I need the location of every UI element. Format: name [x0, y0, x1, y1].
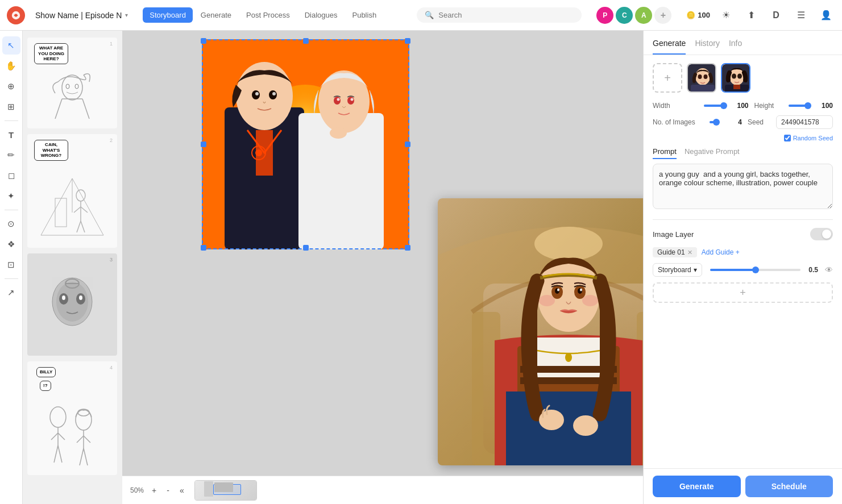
tab-generate[interactable]: Generate [194, 7, 238, 23]
zoom-minus-button[interactable]: - [164, 485, 172, 496]
nav-tabs: Storyboard Generate Post Process Dialogu… [143, 7, 383, 23]
tool-move[interactable]: ⊕ [2, 77, 20, 95]
tool-pen[interactable]: ✏ [2, 146, 20, 164]
search-bar[interactable]: 🔍 [417, 7, 582, 23]
svg-line-29 [58, 433, 65, 440]
zoom-plus-button[interactable]: + [150, 485, 159, 496]
height-slider[interactable] [789, 105, 811, 107]
medieval-girl-image[interactable] [438, 198, 643, 465]
tool-text[interactable]: T [2, 126, 20, 144]
speech-bubble-2: CAIN, WHAT'S WRONG? [34, 140, 68, 161]
add-guide-button[interactable]: Add Guide + [702, 248, 740, 256]
tool-eraser[interactable]: ◻ [2, 166, 20, 185]
panel-thumb-4[interactable]: BILLY !? 4 [27, 361, 117, 475]
char-ref-1[interactable] [687, 63, 716, 93]
resize-handle-tl[interactable] [201, 38, 206, 44]
sidebar-divider-1 [5, 120, 18, 121]
resize-handle-rm[interactable] [405, 141, 410, 147]
resize-handle-bm[interactable] [303, 245, 309, 251]
storyboard-option-label: Storyboard [658, 266, 691, 274]
add-character-ref-button[interactable]: + [653, 63, 682, 93]
add-user-button[interactable]: + [654, 7, 671, 24]
char-ref-2[interactable] [721, 63, 750, 93]
mini-map[interactable] [194, 480, 257, 501]
tab-dialogues[interactable]: Dialogues [298, 7, 345, 23]
svg-line-14 [74, 207, 81, 213]
images-slider[interactable] [710, 121, 719, 123]
prompt-tab-prompt[interactable]: Prompt [653, 147, 677, 159]
share-icon[interactable]: ⬆ [742, 6, 760, 24]
svg-line-2 [55, 99, 62, 119]
toggle-knob [822, 230, 831, 239]
resize-handle-tr[interactable] [405, 38, 410, 44]
tool-layers[interactable]: ⊞ [2, 98, 20, 116]
right-tab-history[interactable]: History [695, 39, 720, 55]
height-value: 100 [816, 102, 833, 110]
nav-right-icons: 🪙 100 ☀ ⬆ D ☰ 👤 [686, 6, 835, 24]
right-tab-generate[interactable]: Generate [653, 39, 686, 55]
tool-circle[interactable]: ⊙ [2, 215, 20, 233]
right-panel-tabs: Generate History Info [644, 31, 842, 55]
avatar-c[interactable]: C [616, 7, 633, 24]
search-input[interactable] [438, 11, 574, 19]
discord-icon[interactable]: D [767, 6, 785, 24]
panel-thumb-1[interactable]: WHAT ARE YOU DOING HERE? 1 [27, 38, 117, 128]
image-layer-toggle[interactable] [810, 228, 833, 240]
storyboard-strength-slider[interactable] [710, 269, 801, 271]
resize-handle-tm[interactable] [303, 38, 309, 44]
avatar-group: P C A + [596, 7, 671, 24]
width-slider[interactable] [704, 105, 726, 107]
tool-arrow[interactable]: ↗ [2, 284, 20, 302]
svg-line-8 [72, 178, 103, 235]
tool-hand[interactable]: ✋ [2, 57, 20, 75]
random-seed-checkbox[interactable] [784, 135, 791, 141]
images-label: No. of Images [653, 118, 704, 126]
collapse-minimap-button[interactable]: « [177, 485, 186, 496]
right-tab-info[interactable]: Info [729, 39, 742, 55]
avatar-a[interactable]: A [635, 7, 652, 24]
schedule-button[interactable]: Schedule [745, 476, 833, 497]
user-icon[interactable]: 👤 [817, 6, 835, 24]
prompt-textarea[interactable]: a young guy and a young girl, backs toge… [653, 164, 833, 209]
guide-remove-button[interactable]: ✕ [687, 249, 692, 256]
main-canvas[interactable] [122, 31, 643, 476]
svg-point-23 [79, 295, 82, 300]
menu-icon[interactable]: ☰ [792, 6, 810, 24]
svg-point-79 [573, 415, 598, 436]
add-layer-button[interactable]: + [653, 282, 833, 303]
seed-input[interactable] [776, 115, 833, 129]
generate-button[interactable]: Generate [653, 476, 741, 497]
svg-line-3 [82, 99, 89, 119]
ai-generated-image[interactable] [202, 39, 409, 249]
show-title[interactable]: Show Name | Episode N ▾ [31, 9, 132, 22]
resize-handle-bl[interactable] [201, 245, 206, 251]
tool-effects[interactable]: ✦ [2, 187, 20, 205]
svg-point-12 [76, 190, 85, 201]
prompt-tab-negative[interactable]: Negative Prompt [685, 147, 740, 159]
panel-number-1: 1 [110, 41, 113, 47]
panel-thumb-2[interactable]: CAIN, WHAT'S WRONG? 2 [27, 134, 117, 248]
svg-rect-84 [691, 85, 715, 93]
tool-cursor[interactable]: ↖ [2, 36, 20, 55]
brightness-icon[interactable]: ☀ [717, 6, 735, 24]
avatar-p[interactable]: P [596, 7, 613, 24]
tab-storyboard[interactable]: Storyboard [143, 7, 193, 23]
tool-diamond[interactable]: ❖ [2, 235, 20, 253]
right-panel: Generate History Info + [643, 31, 842, 504]
svg-point-76 [539, 295, 555, 306]
tool-square[interactable]: ⊡ [2, 256, 20, 274]
eye-icon[interactable]: 👁 [825, 265, 833, 274]
coin-icon: 🪙 [686, 11, 695, 19]
left-sidebar: ↖ ✋ ⊕ ⊞ T ✏ ◻ ✦ ⊙ ❖ ⊡ ↗ [0, 31, 23, 504]
panel-thumb-3[interactable]: 3 [27, 253, 117, 356]
speech-bubble-4b: !? [40, 381, 51, 391]
svg-point-47 [272, 92, 276, 95]
resize-handle-lm[interactable] [201, 141, 206, 147]
svg-point-6 [75, 84, 78, 89]
resize-handle-br[interactable] [405, 245, 410, 251]
svg-line-28 [51, 433, 58, 440]
random-seed-toggle[interactable]: Random Seed [784, 135, 833, 141]
storyboard-select[interactable]: Storyboard ▾ [653, 263, 702, 277]
tab-post-process[interactable]: Post Process [239, 7, 297, 23]
tab-publish[interactable]: Publish [345, 7, 383, 23]
